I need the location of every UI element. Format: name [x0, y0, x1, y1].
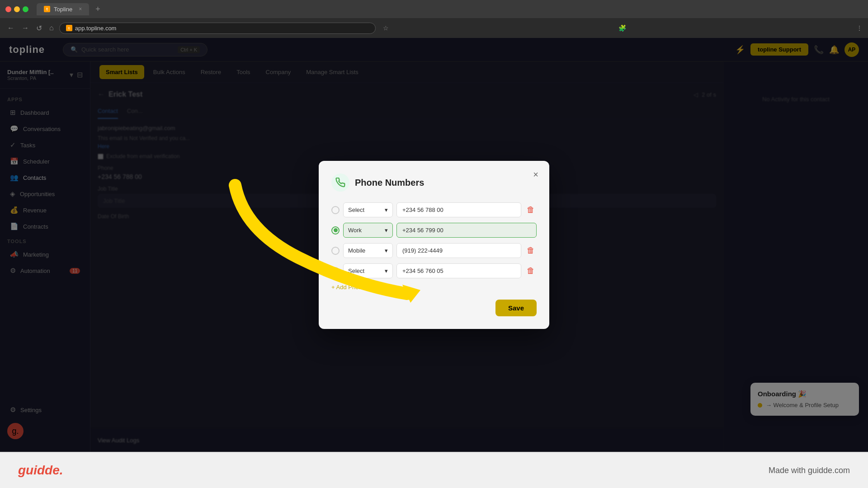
modal-close-button[interactable]: ×: [529, 168, 542, 181]
browser-titlebar: t Topline × +: [0, 0, 868, 18]
forward-button[interactable]: →: [20, 22, 31, 34]
browser-tab[interactable]: t Topline ×: [37, 3, 89, 15]
delete-phone-1[interactable]: 🗑: [525, 203, 537, 216]
tab-close[interactable]: ×: [79, 6, 82, 12]
minimize-window-button[interactable]: [14, 6, 20, 12]
modal-header: Phone Numbers: [331, 174, 537, 192]
phone-radio-2[interactable]: [331, 226, 340, 235]
address-favicon: t: [66, 25, 72, 31]
back-button[interactable]: ←: [5, 22, 16, 34]
refresh-button[interactable]: ↺: [34, 22, 44, 34]
phone-type-select-2[interactable]: Work ▾: [343, 223, 393, 238]
bookmark-icon[interactable]: ☆: [383, 24, 389, 32]
new-tab-button[interactable]: +: [95, 5, 100, 14]
phone-input-4[interactable]: [396, 263, 521, 278]
modal-title: Phone Numbers: [355, 178, 424, 188]
phone-input-2[interactable]: [396, 223, 537, 238]
save-button[interactable]: Save: [495, 300, 537, 316]
delete-phone-4[interactable]: 🗑: [525, 264, 537, 277]
extensions-icon[interactable]: 🧩: [618, 24, 626, 32]
modal-footer: Save: [331, 300, 537, 316]
tab-title: Topline: [54, 6, 72, 13]
address-bar[interactable]: t app.topline.com: [59, 23, 376, 34]
add-phone-button[interactable]: + Add Phone Nu...: [331, 284, 537, 291]
traffic-lights: [5, 6, 28, 12]
delete-phone-3[interactable]: 🗑: [525, 244, 537, 257]
phone-row-2: Work ▾: [331, 223, 537, 238]
phone-radio-1[interactable]: [331, 206, 340, 214]
guidde-logo: guidde.: [18, 463, 63, 478]
phone-radio-4[interactable]: [331, 267, 340, 275]
menu-icon[interactable]: ⋮: [856, 24, 863, 32]
home-button[interactable]: ⌂: [47, 22, 56, 34]
modal-overlay: Phone Numbers × Select ▾ 🗑 Work ▾: [0, 38, 868, 452]
phone-row-3: Mobile ▾ 🗑: [331, 243, 537, 258]
phone-input-1[interactable]: [396, 202, 521, 217]
guidde-footer: guidde. Made with guidde.com: [0, 452, 868, 488]
tab-favicon: t: [44, 6, 50, 12]
phone-radio-3[interactable]: [331, 247, 340, 255]
phone-row-1: Select ▾ 🗑: [331, 202, 537, 217]
maximize-window-button[interactable]: [23, 6, 28, 12]
phone-type-select-4[interactable]: Select ▾: [343, 263, 393, 278]
guidde-tagline: Made with guidde.com: [769, 466, 850, 475]
phone-row-4: Select ▾ 🗑: [331, 263, 537, 278]
close-window-button[interactable]: [5, 6, 11, 12]
phone-input-3[interactable]: [396, 243, 521, 258]
url-text: app.topline.com: [75, 25, 117, 32]
phone-type-select-1[interactable]: Select ▾: [343, 202, 393, 217]
browser-toolbar: ← → ↺ ⌂ t app.topline.com ☆ 🧩 ⋮: [0, 18, 868, 38]
modal-phone-icon: [331, 174, 349, 192]
phone-numbers-modal: Phone Numbers × Select ▾ 🗑 Work ▾: [319, 161, 549, 329]
phone-type-select-3[interactable]: Mobile ▾: [343, 243, 393, 258]
